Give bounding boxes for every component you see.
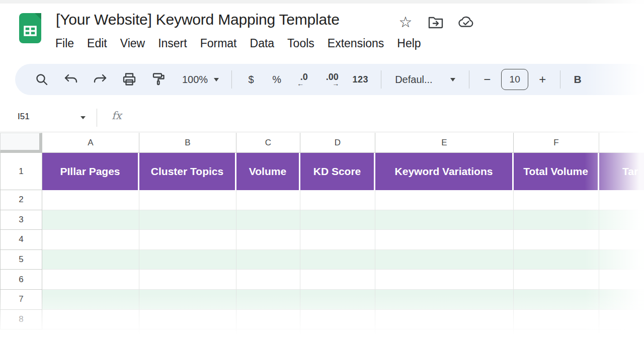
move-folder-icon[interactable] xyxy=(427,13,445,31)
increase-font-size-button[interactable]: + xyxy=(531,64,553,95)
chevron-down-icon xyxy=(214,78,219,81)
cell-a1[interactable]: PIllar Pages xyxy=(42,153,139,190)
toolbar-separator xyxy=(560,70,560,89)
spreadsheet-grid: A B C D E F 1 2 3 4 5 6 7 8 PIllar Pages… xyxy=(0,133,644,337)
sheet-row-3[interactable] xyxy=(42,210,644,230)
row-header-2[interactable]: 2 xyxy=(0,190,42,210)
zoom-value: 100% xyxy=(182,74,208,86)
arrow-right-icon: → xyxy=(332,81,339,87)
menu-item-tools[interactable]: Tools xyxy=(281,37,321,50)
cell-c1[interactable]: Volume xyxy=(236,153,300,190)
row-header-4[interactable]: 4 xyxy=(0,230,42,250)
cell-e1[interactable]: Keyword Variations xyxy=(375,153,514,190)
star-icon[interactable]: ☆ xyxy=(396,13,415,31)
toolbar: 100% $ % .0 ← .00 → 123 Defaul... − 10 + xyxy=(15,64,644,95)
cell-d1[interactable]: KD Score xyxy=(300,153,375,190)
redo-icon[interactable] xyxy=(86,64,115,95)
sheet-row-5[interactable] xyxy=(42,250,644,270)
window-top-edge xyxy=(0,0,644,4)
search-icon[interactable] xyxy=(27,64,56,95)
document-title[interactable]: [Your Website] Keyword Mapping Template xyxy=(56,11,340,28)
chevron-down-icon xyxy=(450,78,455,81)
print-icon[interactable] xyxy=(115,64,144,95)
menu-bar: File Edit View Insert Format Data Tools … xyxy=(49,35,428,51)
column-header-g[interactable] xyxy=(599,133,644,153)
undo-icon[interactable] xyxy=(56,64,86,95)
sheet-row-2[interactable] xyxy=(42,190,644,210)
menu-item-data[interactable]: Data xyxy=(244,37,281,50)
arrow-left-icon: ← xyxy=(297,81,304,87)
font-name-label: Defaul... xyxy=(395,74,432,86)
zoom-control[interactable]: 100% xyxy=(176,64,225,95)
menu-item-help[interactable]: Help xyxy=(390,37,427,50)
chevron-down-icon[interactable] xyxy=(80,116,86,119)
row-header-6[interactable]: 6 xyxy=(0,270,42,290)
row-header-7[interactable]: 7 xyxy=(0,290,42,310)
column-header-f[interactable]: F xyxy=(514,133,599,153)
menu-item-file[interactable]: File xyxy=(49,37,80,50)
formula-bar: I51 fx xyxy=(0,104,644,132)
cell-area: PIllar Pages Cluster Topics Volume KD Sc… xyxy=(42,153,644,337)
cell-b1[interactable]: Cluster Topics xyxy=(139,153,236,190)
cloud-saved-icon[interactable] xyxy=(457,13,475,31)
menu-item-edit[interactable]: Edit xyxy=(80,37,114,50)
more-formats-button[interactable]: 123 xyxy=(346,64,374,95)
google-sheets-app: [Your Website] Keyword Mapping Template … xyxy=(0,0,644,337)
toolbar-separator xyxy=(231,70,232,89)
increase-decimal-button[interactable]: .00 → xyxy=(318,64,346,95)
toolbar-separator xyxy=(469,70,469,89)
sheet-row-6[interactable] xyxy=(42,270,644,290)
decrease-decimal-button[interactable]: .0 ← xyxy=(290,64,318,95)
currency-label: $ xyxy=(249,74,254,86)
column-header-a[interactable]: A xyxy=(42,133,139,153)
percent-label: % xyxy=(272,74,281,86)
sheet-row-8[interactable] xyxy=(42,310,644,330)
row-header-column: 1 2 3 4 5 6 7 8 xyxy=(0,153,42,329)
row-header-5[interactable]: 5 xyxy=(0,250,42,270)
paint-format-icon[interactable] xyxy=(144,64,173,95)
font-size-input[interactable]: 10 xyxy=(501,69,528,90)
column-header-e[interactable]: E xyxy=(375,133,514,153)
row-header-1[interactable]: 1 xyxy=(0,153,42,190)
formula-bar-separator xyxy=(97,109,97,127)
column-header-c[interactable]: C xyxy=(236,133,300,153)
percent-format-button[interactable]: % xyxy=(264,64,290,95)
row-header-8[interactable]: 8 xyxy=(0,310,42,330)
column-header-d[interactable]: D xyxy=(300,133,375,153)
select-all-corner[interactable] xyxy=(0,133,42,153)
more-formats-label: 123 xyxy=(352,74,368,85)
bold-button[interactable]: B xyxy=(567,64,588,95)
sheets-logo-icon[interactable] xyxy=(19,13,41,43)
menu-item-extensions[interactable]: Extensions xyxy=(321,37,391,50)
sheet-row-7[interactable] xyxy=(42,290,644,310)
name-box[interactable]: I51 xyxy=(18,112,30,122)
fx-icon: fx xyxy=(112,110,122,122)
sheet-row-4[interactable] xyxy=(42,230,644,250)
currency-format-button[interactable]: $ xyxy=(238,64,264,95)
row-header-3[interactable]: 3 xyxy=(0,210,42,230)
column-header-b[interactable]: B xyxy=(139,133,236,153)
menu-item-view[interactable]: View xyxy=(114,37,151,50)
column-header-row: A B C D E F xyxy=(0,133,644,153)
cell-g1[interactable]: Tar xyxy=(599,153,644,190)
header-row-1: PIllar Pages Cluster Topics Volume KD Sc… xyxy=(42,153,644,190)
menu-item-insert[interactable]: Insert xyxy=(151,37,194,50)
decrease-font-size-button[interactable]: − xyxy=(476,64,498,95)
cell-f1[interactable]: Total Volume xyxy=(514,153,599,190)
font-family-selector[interactable]: Defaul... xyxy=(388,64,462,95)
menu-item-format[interactable]: Format xyxy=(194,37,244,50)
toolbar-separator xyxy=(381,70,381,89)
